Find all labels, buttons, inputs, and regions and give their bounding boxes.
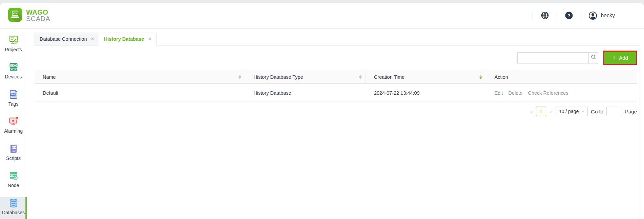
sidebar-item-node[interactable]: Node: [0, 170, 27, 197]
cell-creation-time: 2024-07-22 13:44:09: [366, 90, 486, 96]
scripts-icon: <>: [8, 143, 19, 154]
product-name: SCADA: [26, 16, 50, 22]
cell-actions: Edit Delete Check References: [486, 90, 637, 96]
divider: [581, 12, 581, 19]
svg-text:TAG: TAG: [10, 93, 15, 95]
column-label: Name: [43, 74, 56, 80]
column-header-history-database-type[interactable]: History Database Type: [245, 70, 366, 84]
alarming-icon: [8, 116, 19, 127]
sidebar-item-label: Projects: [5, 47, 22, 52]
help-icon[interactable]: ?: [564, 11, 573, 20]
sort-icon[interactable]: [238, 75, 241, 79]
sidebar-item-label: Tags: [8, 101, 19, 107]
top-bar: <> WAGO SCADA: [0, 3, 644, 29]
svg-text:<>: <>: [13, 12, 17, 15]
sidebar-item-scripts[interactable]: <> Scripts: [0, 143, 27, 170]
search-box: [517, 52, 598, 63]
page-size-value: 10 / page: [559, 109, 579, 114]
app-window: <> WAGO SCADA: [0, 3, 644, 219]
sidebar-item-label: Databases: [2, 210, 25, 215]
sidebar-item-tags[interactable]: TAG Tags: [0, 88, 27, 115]
search-icon: [591, 54, 596, 61]
column-header-creation-time[interactable]: Creation Time: [366, 70, 486, 84]
add-button[interactable]: + Add: [604, 52, 636, 64]
table-toolbar: + Add: [35, 51, 637, 65]
sidebar-item-label: Devices: [5, 74, 22, 79]
goto-page-input[interactable]: [606, 107, 622, 116]
divider: [557, 12, 557, 19]
sort-icon[interactable]: [359, 75, 362, 79]
page-label: Page: [625, 109, 637, 114]
check-references-link[interactable]: Check References: [528, 90, 568, 96]
add-button-label: Add: [619, 55, 628, 61]
column-label: History Database Type: [253, 74, 303, 80]
previous-page-icon[interactable]: ‹: [530, 109, 533, 114]
close-icon[interactable]: ×: [91, 36, 94, 42]
app-logo: <> WAGO SCADA: [8, 8, 50, 23]
tab-history-database[interactable]: History Database ×: [99, 33, 157, 45]
close-icon[interactable]: ×: [148, 36, 151, 42]
pagination: ‹ 1 › 10 / page Go to Page: [35, 107, 637, 116]
user-avatar-icon: [588, 11, 597, 20]
sidebar-item-label: Node: [8, 183, 19, 188]
app-title: WAGO SCADA: [26, 9, 50, 22]
tab-label: History Database: [104, 36, 144, 42]
sidebar-nav: Projects Devices: [0, 29, 27, 219]
sort-icon-descending-active[interactable]: [479, 75, 482, 79]
wago-logo-icon: <>: [8, 8, 22, 23]
svg-text:<>: <>: [12, 146, 16, 149]
delete-link[interactable]: Delete: [508, 90, 522, 96]
search-button[interactable]: [588, 53, 598, 63]
sidebar-item-projects[interactable]: Projects: [0, 34, 27, 61]
search-input[interactable]: [518, 53, 588, 63]
content-right-edge: [640, 45, 640, 219]
sidebar-item-label: Alarming: [4, 128, 23, 134]
chevron-down-icon: [582, 111, 584, 112]
cell-history-database-type: History Database: [245, 90, 366, 96]
databases-icon: [8, 198, 19, 208]
cell-name: Default: [35, 90, 245, 96]
devices-icon: [8, 62, 19, 73]
edit-link[interactable]: Edit: [494, 90, 503, 96]
add-button-highlight: + Add: [603, 51, 637, 65]
tags-icon: TAG: [8, 89, 19, 100]
sidebar-item-databases[interactable]: Databases: [0, 197, 27, 219]
sidebar-item-label: Scripts: [6, 156, 21, 161]
sidebar-item-alarming[interactable]: Alarming: [0, 115, 27, 143]
history-database-table: Name History Database Type Creation Time: [35, 70, 637, 102]
table-header-row: Name History Database Type Creation Time: [35, 70, 637, 84]
column-label: Action: [494, 74, 508, 80]
divider: [533, 12, 533, 19]
tab-label: Database Connection: [40, 36, 87, 42]
username-label: becky: [601, 13, 615, 19]
brand-name: WAGO: [26, 9, 50, 16]
node-icon: [8, 170, 19, 181]
column-label: Creation Time: [374, 74, 404, 80]
tab-database-connection[interactable]: Database Connection ×: [35, 33, 99, 45]
sidebar-item-devices[interactable]: Devices: [0, 61, 27, 88]
column-header-name[interactable]: Name: [35, 70, 245, 84]
topbar-actions: ? becky: [533, 11, 615, 20]
projects-icon: [8, 35, 19, 45]
main-content: Database Connection × History Database ×: [27, 29, 644, 219]
page-size-select[interactable]: 10 / page: [556, 107, 588, 116]
page-number-button[interactable]: 1: [536, 107, 546, 116]
tab-bar: Database Connection × History Database ×: [35, 33, 640, 45]
goto-label: Go to: [591, 109, 603, 114]
table-row: Default History Database 2024-07-22 13:4…: [35, 84, 637, 102]
user-menu[interactable]: becky: [588, 11, 615, 20]
next-page-icon[interactable]: ›: [549, 109, 553, 114]
svg-text:?: ?: [567, 13, 570, 18]
column-header-action: Action: [486, 70, 637, 84]
plus-icon: +: [612, 55, 616, 61]
language-globe-icon[interactable]: [540, 11, 549, 20]
